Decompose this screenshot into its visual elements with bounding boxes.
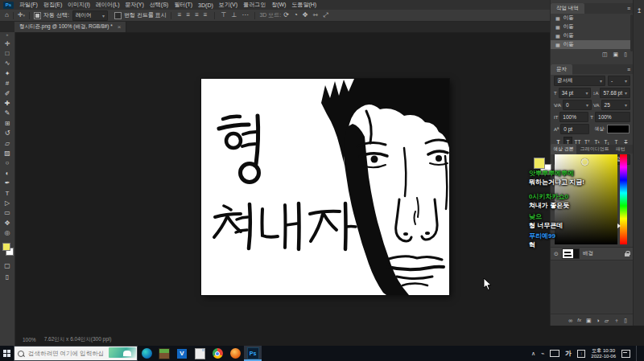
menu-plugins[interactable]: 플러그인 <box>243 1 266 9</box>
leading-dropdown[interactable]: 57.68 pt▾ <box>600 88 630 98</box>
move-tool[interactable]: ✛ <box>0 39 14 48</box>
canvas[interactable]: 형 쳐내자 <box>201 79 449 295</box>
search-input[interactable] <box>27 349 105 358</box>
gradients-panel-tab[interactable]: 그레이디언트 <box>578 144 612 154</box>
taskbar-app-notes[interactable] <box>191 346 208 361</box>
menu-view[interactable]: 보기(V) <box>219 1 237 9</box>
type-tool[interactable]: T <box>0 188 14 198</box>
taskbar-search[interactable] <box>14 346 138 361</box>
history-step[interactable]: ▦ 이동 <box>551 23 634 31</box>
history-delete-icon[interactable]: ▯ <box>624 51 627 57</box>
gradient-tool[interactable]: ▨ <box>0 148 14 158</box>
baseline-shift-field[interactable]: 0 pt <box>560 124 589 134</box>
new-layer-icon[interactable]: ＋ <box>613 318 619 323</box>
adjustment-layer-icon[interactable]: ◑ <box>597 318 600 323</box>
clone-stamp-tool[interactable]: ⊞ <box>0 118 14 128</box>
taskbar-clock[interactable]: 오후 10:30 2022-10-06 <box>591 348 616 359</box>
history-new-document-icon[interactable]: ▣ <box>613 51 619 57</box>
delete-layer-icon[interactable]: ▯ <box>624 318 627 323</box>
taskbar-app-edge[interactable] <box>138 346 155 361</box>
lasso-tool[interactable]: ∿ <box>0 59 14 68</box>
text-color-swatch[interactable] <box>607 125 630 133</box>
history-panel-tab[interactable]: 작업 내역 <box>551 3 584 14</box>
menu-image[interactable]: 이미지(I) <box>68 1 90 9</box>
layer-visibility-eye-icon[interactable]: ⊙ <box>554 251 559 256</box>
quick-mask-icon[interactable]: ▢ <box>0 260 14 270</box>
blur-tool[interactable]: ○ <box>0 158 14 168</box>
tray-device-icon[interactable]: ⌁ <box>541 351 544 357</box>
menu-help[interactable]: 도움말(H) <box>291 1 316 9</box>
pen-tool[interactable]: ✒ <box>0 178 14 187</box>
layer-mask-icon[interactable]: ▣ <box>586 318 592 323</box>
home-icon[interactable]: ⌂ <box>5 12 9 18</box>
panel-menu-icon[interactable]: ≡ <box>627 6 630 11</box>
hue-slider[interactable] <box>620 154 627 244</box>
history-step[interactable]: ▦ 이동 <box>551 31 634 40</box>
patterns-panel-tab[interactable]: 패턴 <box>613 144 628 154</box>
taskbar-app-chrome[interactable] <box>208 346 226 361</box>
align-center-icon[interactable]: ≡ <box>187 12 191 18</box>
align-top-icon[interactable]: ⊤ <box>221 12 227 18</box>
vertical-scale-field[interactable]: 100% <box>559 112 588 122</box>
auto-select-dropdown[interactable]: 레이어▾ <box>72 10 108 21</box>
brush-tool[interactable]: ✎ <box>0 109 14 118</box>
font-size-dropdown[interactable]: 34 pt▾ <box>559 88 592 98</box>
history-step[interactable]: ▦ 이동 <box>551 14 634 23</box>
keyboard-layout-icon[interactable] <box>550 350 559 357</box>
move-tool-preset-icon[interactable]: ✛▾ <box>18 12 25 18</box>
auto-select-checkbox[interactable] <box>34 12 41 19</box>
font-style-dropdown[interactable]: -▾ <box>608 76 630 86</box>
menu-file[interactable]: 파일(F) <box>19 1 38 9</box>
crop-tool[interactable]: # <box>0 79 14 88</box>
tracking-dropdown[interactable]: 25▾ <box>601 100 630 110</box>
kerning-dropdown[interactable]: 0▾ <box>563 100 592 110</box>
align-middle-icon[interactable]: ⊥ <box>232 12 237 18</box>
path-selection-tool[interactable]: ▷ <box>0 198 14 207</box>
dodge-tool[interactable]: ◐ <box>0 168 14 178</box>
link-layers-icon[interactable]: ∞ <box>568 318 572 323</box>
character-panel-tab[interactable]: 문자 <box>551 64 572 75</box>
color-panel-foreground-swatch[interactable] <box>534 158 545 169</box>
marquee-tool[interactable]: □ <box>0 48 14 58</box>
menu-filter[interactable]: 필터(T) <box>174 1 192 9</box>
layer-name[interactable]: 배경 <box>583 250 593 257</box>
taskbar-app-minecraft[interactable] <box>155 346 173 361</box>
layer-row[interactable]: ⊙ 배경 <box>551 247 634 260</box>
hand-tool[interactable]: ✥ <box>0 218 14 228</box>
menu-window[interactable]: 창(W) <box>271 1 286 9</box>
align-right-icon[interactable]: ≡ <box>195 12 199 18</box>
document-tab[interactable]: 형시티즌.png @ 100% (배경, RGB/8#) * × <box>14 21 126 32</box>
taskbar-app-v[interactable]: V <box>173 346 191 361</box>
eyedropper-tool[interactable]: ✐ <box>0 88 14 98</box>
align-left-icon[interactable]: ≡ <box>178 12 182 18</box>
menu-layer[interactable]: 레이어(L) <box>96 1 120 9</box>
layer-group-icon[interactable]: ▱ <box>605 318 609 323</box>
color-picker-marker[interactable] <box>581 158 588 166</box>
show-desktop-button[interactable] <box>636 346 639 361</box>
foreground-color-swatch[interactable] <box>2 243 10 251</box>
photoshop-logo[interactable]: Ps <box>3 2 14 9</box>
taskbar-app-photoshop[interactable]: Ps <box>244 346 262 361</box>
menu-3d[interactable]: 3D(D) <box>198 2 213 8</box>
swatches-panel-tab[interactable]: 색상 견본 <box>551 144 576 154</box>
zoom-level[interactable]: 100% <box>23 337 36 343</box>
show-transform-checkbox[interactable] <box>114 12 122 19</box>
menu-edit[interactable]: 편집(E) <box>43 1 62 9</box>
layer-thumbnail[interactable] <box>562 248 580 259</box>
font-family-dropdown[interactable]: 궁서체▾ <box>554 76 605 86</box>
layer-effects-icon[interactable]: fx <box>577 318 581 322</box>
quick-selection-tool[interactable]: ✦ <box>0 68 14 78</box>
menu-select[interactable]: 선택(S) <box>150 1 168 9</box>
tray-expand-icon[interactable]: ∧ <box>531 351 535 357</box>
menu-type[interactable]: 문자(Y) <box>125 1 143 9</box>
eraser-tool[interactable]: ▱ <box>0 138 14 148</box>
notification-center-icon[interactable] <box>621 350 630 358</box>
align-more-icon[interactable]: ⋯ <box>242 12 248 18</box>
screen-mode-icon[interactable]: ▯ <box>0 272 14 281</box>
start-button[interactable] <box>0 346 14 361</box>
ime-settings-icon[interactable]: ⁞ <box>577 350 585 358</box>
ime-indicator[interactable]: 가 <box>565 349 572 358</box>
libraries-panel-icon[interactable]: ↥ <box>634 8 644 14</box>
document-info[interactable]: 7.62인치 x 6.04인치(300 ppi) <box>44 336 112 343</box>
close-icon[interactable]: × <box>118 23 122 31</box>
